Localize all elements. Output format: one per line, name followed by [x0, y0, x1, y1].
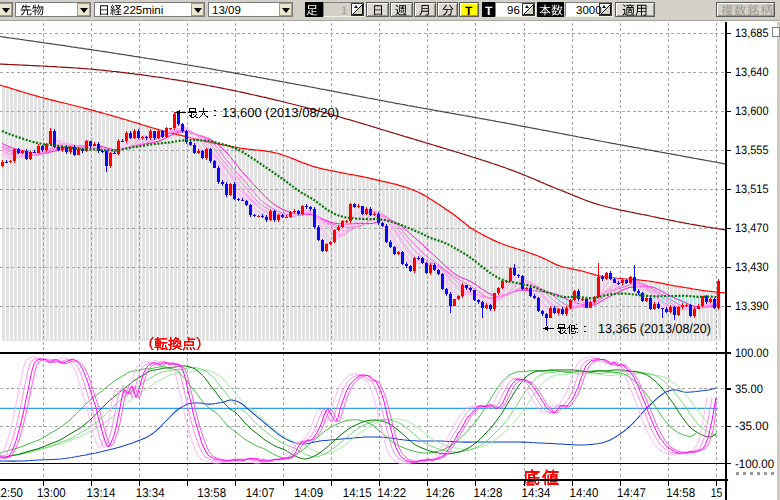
svg-text:13,470: 13,470 [735, 221, 769, 235]
svg-text:14:34: 14:34 [522, 485, 551, 500]
svg-text:3000: 3000 [576, 5, 602, 17]
svg-text:13,515: 13,515 [735, 182, 769, 196]
svg-text:14:07: 14:07 [246, 485, 275, 500]
svg-text:96: 96 [507, 5, 520, 17]
svg-text:13,555: 13,555 [735, 143, 769, 157]
svg-text:14:28: 14:28 [474, 485, 503, 500]
svg-text:225mini: 225mini [123, 5, 163, 17]
svg-text:14:40: 14:40 [570, 485, 599, 500]
svg-text:14:58: 14:58 [666, 485, 695, 500]
svg-text:14:22: 14:22 [377, 485, 406, 500]
svg-text:T: T [485, 4, 493, 18]
svg-text:13:34: 13:34 [136, 485, 165, 500]
svg-text:35.00: 35.00 [735, 382, 763, 396]
svg-text:13,430: 13,430 [735, 260, 769, 274]
svg-text:1: 1 [341, 5, 347, 17]
svg-text:T: T [465, 4, 473, 18]
svg-text:12:50: 12:50 [0, 485, 23, 500]
svg-text:13,640: 13,640 [735, 65, 769, 79]
svg-text:14:09: 14:09 [294, 485, 323, 500]
svg-text:15: 15 [711, 485, 723, 500]
svg-text:-100.00: -100.00 [735, 457, 774, 471]
svg-text:13/09: 13/09 [212, 5, 241, 17]
svg-text:14:47: 14:47 [617, 485, 646, 500]
svg-text:14:15: 14:15 [343, 485, 372, 500]
svg-text:13,365 (2013/08/20): 13,365 (2013/08/20) [598, 321, 711, 336]
svg-text:-35.00: -35.00 [735, 419, 769, 433]
svg-text:100.00: 100.00 [735, 346, 769, 360]
svg-text:13:14: 13:14 [87, 485, 116, 500]
svg-text:13,600: 13,600 [735, 104, 769, 118]
svg-text:13,685: 13,685 [735, 26, 769, 40]
svg-text:13,600 (2013/08/20): 13,600 (2013/08/20) [222, 105, 339, 120]
svg-text:13:00: 13:00 [37, 485, 66, 500]
svg-text:13:58: 13:58 [197, 485, 226, 500]
svg-text:14:26: 14:26 [426, 485, 455, 500]
svg-text:13,390: 13,390 [735, 299, 769, 313]
